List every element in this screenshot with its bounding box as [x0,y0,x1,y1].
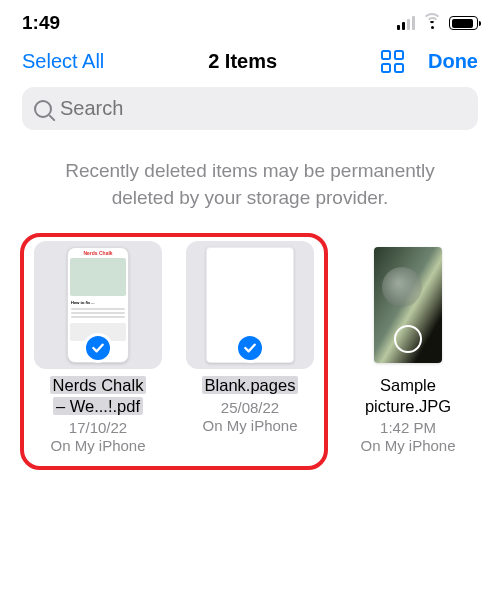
selected-check-icon [83,333,113,363]
page-title: 2 Items [208,50,277,73]
view-mode-icon[interactable] [381,50,404,73]
search-bar[interactable] [22,87,478,130]
info-notice: Recently deleted items may be permanentl… [40,158,460,211]
file-item[interactable]: Sample picture.JPG 1:42 PM On My iPhone [338,241,478,454]
file-date: 17/10/22 [69,419,127,436]
done-button[interactable]: Done [428,50,478,73]
file-thumbnail[interactable] [186,241,314,369]
status-right [397,16,478,31]
image-preview-icon [374,247,442,363]
unselected-circle-icon [394,325,422,353]
file-location: On My iPhone [50,437,145,454]
file-thumbnail[interactable]: Nerds Chalk How to fix ... [34,241,162,369]
file-name: Blank.pages [202,375,299,396]
cellular-icon [397,16,415,30]
status-time: 1:49 [22,12,60,34]
file-name: Sample picture.JPG [365,375,451,416]
wifi-icon [422,16,442,31]
selection-highlight-group: Nerds Chalk How to fix ... Nerds Chalk –… [22,231,326,466]
file-grid: Nerds Chalk How to fix ... Nerds Chalk –… [0,231,500,466]
status-bar: 1:49 [0,0,500,40]
file-item[interactable]: Nerds Chalk How to fix ... Nerds Chalk –… [28,241,168,454]
selected-check-icon [235,333,265,363]
search-icon [34,100,52,118]
battery-icon [449,16,478,30]
file-date: 25/08/22 [221,399,279,416]
nav-bar: Select All 2 Items Done [0,40,500,83]
search-input[interactable] [60,97,466,120]
file-name: Nerds Chalk – We...!.pdf [50,375,147,416]
file-location: On My iPhone [360,437,455,454]
file-location: On My iPhone [202,417,297,434]
file-date: 1:42 PM [380,419,436,436]
file-item[interactable]: Blank.pages 25/08/22 On My iPhone [180,241,320,454]
select-all-button[interactable]: Select All [22,50,104,73]
file-thumbnail[interactable] [344,241,472,369]
